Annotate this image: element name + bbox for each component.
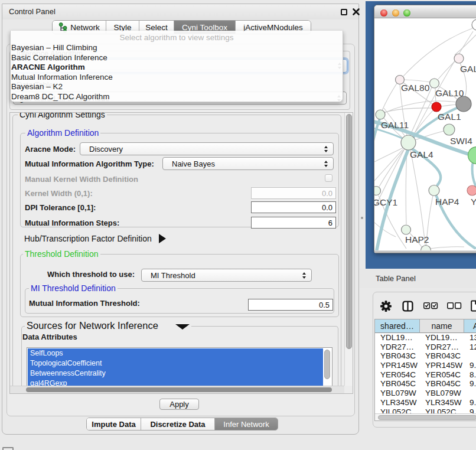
graph-edge[interactable]	[441, 105, 456, 106]
tab-impute-data[interactable]: Impute Data	[87, 418, 141, 430]
graph-node-label: SWI4	[450, 136, 472, 146]
algorithm-item-aracne-algorithm[interactable]: ARACNE Algorithm	[11, 63, 343, 73]
graph-thick-edge[interactable]	[472, 164, 475, 185]
column-header-A[interactable]: A	[464, 319, 476, 333]
table-row[interactable]: YDL19…YDL19…13	[375, 333, 476, 343]
network-graph: GAL2GAL80GAL10GAL1GAL11SWI4GAL4GCY1HAP4Y…	[374, 18, 476, 252]
apply-button[interactable]: Apply	[159, 399, 199, 410]
aracne-mode-combobox[interactable]: Discovery	[80, 142, 334, 155]
table-horizontal-scrollbar[interactable]	[375, 413, 476, 420]
manual-kernel-width-label: Manual Kernel Width Definition	[25, 175, 138, 184]
network-graph-canvas[interactable]: GAL2GAL80GAL10GAL1GAL11SWI4GAL4GCY1HAP4Y…	[374, 18, 476, 252]
bottom-left-cut-button[interactable]	[2, 447, 14, 450]
select-columns-icon[interactable]	[423, 302, 438, 309]
graph-node-gal2[interactable]	[454, 54, 464, 63]
graph-node-hap4[interactable]	[429, 185, 439, 196]
graph-edge[interactable]	[410, 150, 425, 245]
table-row[interactable]: YPR145WYPR145W9.	[375, 361, 476, 370]
algorithm-item-mutual-information-inference[interactable]: Mutual Information Inference	[11, 73, 343, 83]
minimize-traffic-light-icon[interactable]	[392, 9, 399, 17]
graph-edge[interactable]	[405, 80, 430, 82]
float-window-icon[interactable]	[341, 9, 347, 15]
dpi-tolerance-field[interactable]	[251, 201, 336, 213]
manual-kernel-width-checkbox[interactable]	[325, 174, 332, 182]
kernel-width-label: Kernel Width (0,1):	[25, 189, 93, 198]
graph-node[interactable]	[468, 147, 476, 164]
graph-node-gal11[interactable]	[376, 110, 385, 119]
close-traffic-light-icon[interactable]	[380, 9, 387, 17]
mi-steps-field[interactable]	[251, 217, 336, 229]
unselect-columns-icon[interactable]	[447, 302, 462, 309]
algorithm-item-bayesian-k2[interactable]: Bayesian – K2	[11, 82, 343, 92]
attribute-item-topologicalcoefficient[interactable]: TopologicalCoefficient	[28, 358, 323, 369]
graph-node-gcy1[interactable]	[374, 187, 381, 195]
table-toolbar	[373, 296, 476, 315]
gear-icon[interactable]	[380, 301, 392, 312]
table-cell: YPR145W	[375, 361, 420, 370]
hscroll-thumb[interactable]	[26, 387, 332, 392]
column-header-shared[interactable]: shared…	[375, 319, 420, 333]
table-cell: 13	[464, 333, 476, 343]
list-scroll-thumb[interactable]	[324, 350, 330, 379]
graph-edge[interactable]	[438, 61, 455, 79]
network-view-window[interactable]: GAL2GAL80GAL10GAL1GAL11SWI4GAL4GCY1HAP4Y…	[374, 5, 476, 253]
mi-threshold-title: MI Threshold Definition	[29, 283, 118, 293]
algorithm-item-bayesian-hill-climbing[interactable]: Bayesian – Hill Climbing	[11, 43, 343, 53]
split-columns-icon[interactable]	[402, 301, 413, 312]
sources-groupbox: Sources for Network Inference Data Attri…	[21, 326, 338, 386]
graph-edge[interactable]	[384, 101, 457, 113]
collapse-arrow-icon[interactable]	[175, 324, 190, 330]
graph-edge[interactable]	[382, 83, 397, 110]
vscroll-thumb[interactable]	[346, 114, 352, 349]
mi-threshold-field[interactable]	[248, 299, 333, 311]
graph-edge[interactable]	[406, 150, 407, 224]
table-hscroll-thumb[interactable]	[378, 415, 476, 420]
table-cell: YDR27…	[375, 343, 420, 352]
panel-splitter-handle[interactable]	[361, 217, 363, 219]
graph-node-hap2[interactable]	[402, 225, 411, 234]
data-attributes-list[interactable]: SelfLoopsTopologicalCoefficientBetweenne…	[27, 347, 332, 386]
which-threshold-combobox[interactable]: MI Threshold	[141, 269, 312, 282]
graph-node-y[interactable]	[467, 185, 476, 195]
graph-node-gal10[interactable]	[430, 79, 439, 88]
graph-edge[interactable]	[429, 247, 464, 249]
table-row[interactable]: YER054CYER054C8.	[375, 370, 476, 380]
table-row[interactable]: YBR045CYBR045C9.	[375, 379, 476, 389]
table-row[interactable]: YLR345WYLR345W9.	[375, 398, 476, 407]
kernel-width-field[interactable]	[251, 187, 336, 199]
graph-node-gal1[interactable]	[432, 102, 441, 112]
graph-node-swi4[interactable]	[444, 124, 455, 135]
tab-discretize-data[interactable]: Discretize Data	[141, 418, 215, 430]
algorithm-item-dream8-dc-tdc-algorithm[interactable]: Dream8 DC_TDC Algorithm	[11, 92, 343, 102]
table-row[interactable]: YDR27…YDR27…12	[375, 343, 476, 352]
graph-edge[interactable]	[455, 35, 476, 55]
graph-node-gal4[interactable]	[401, 135, 416, 150]
close-window-icon[interactable]	[351, 7, 361, 17]
hub-definition-expander[interactable]: Hub/Transcription Factor Definition	[24, 234, 166, 243]
table-cell: YDL19…	[375, 333, 420, 343]
table-cell: YDR27…	[420, 343, 464, 352]
table-row[interactable]: YBR043CYBR043C	[375, 351, 476, 361]
graph-node[interactable]	[456, 96, 471, 112]
table-row[interactable]: YBL079WYBL079W	[375, 389, 476, 398]
column-header-name[interactable]: name	[420, 319, 464, 333]
mi-algorithm-type-combobox[interactable]: Naive Bayes	[162, 157, 334, 170]
dpi-tolerance-label: DPI Tolerance [0,1]:	[25, 203, 96, 212]
settings-scrollpane: Cyni Algorithm Settings Algorithm Defini…	[9, 112, 353, 394]
network-window-titlebar[interactable]	[374, 5, 476, 18]
attribute-item-selfloops[interactable]: SelfLoops	[28, 348, 323, 358]
control-panel-title: Control Panel	[9, 4, 56, 19]
zoom-traffic-light-icon[interactable]	[403, 9, 410, 17]
table-cell	[464, 351, 476, 361]
new-table-icon[interactable]	[470, 300, 476, 312]
tab-infer-network[interactable]: Infer Network	[215, 418, 278, 430]
aracne-mode-label: Aracne Mode:	[25, 145, 76, 154]
table-cell: YBR043C	[375, 351, 420, 361]
horizontal-scrollbar[interactable]	[10, 386, 344, 393]
aracne-mode-value: Discovery	[89, 143, 123, 155]
graph-edge[interactable]	[374, 222, 396, 237]
graph-node-label: Y	[471, 197, 476, 207]
algorithm-item-basic-correlation-inference[interactable]: Basic Correlation Inference	[11, 53, 343, 63]
vertical-scrollbar[interactable]	[344, 113, 353, 386]
attribute-item-betweennesscentrality[interactable]: BetweennessCentrality	[28, 369, 323, 379]
